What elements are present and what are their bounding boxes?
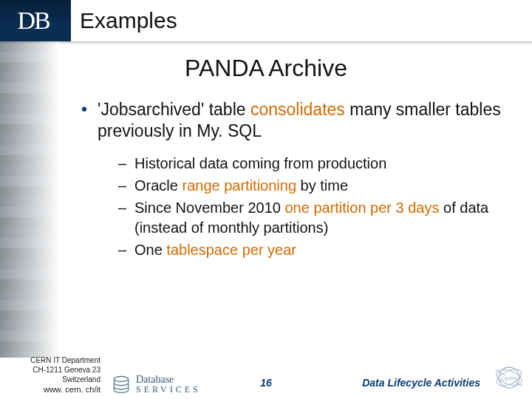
svg-point-0 — [114, 377, 128, 382]
db-logo: DB — [0, 0, 66, 41]
address-block: CERN IT Department CH-1211 Geneva 23 Swi… — [4, 355, 100, 395]
server-rack-photo — [0, 41, 59, 358]
department-text: Department — [472, 21, 526, 32]
sub-text-accent: range partitioning — [182, 177, 296, 194]
svg-text:CERN: CERN — [501, 375, 518, 382]
list-item: Since November 2010 one partition per 3 … — [118, 198, 510, 238]
sub-text: Historical data coming from production — [134, 155, 386, 171]
address-url: www. cern. ch/it — [4, 384, 100, 395]
list-item: Historical data coming from production — [118, 154, 510, 174]
bullet-text-pre: 'Jobsarchived' table — [98, 100, 250, 119]
slide-topic: Examples — [71, 0, 532, 41]
address-line: CH-1211 Geneva 23 — [4, 365, 100, 375]
sub-text-accent: one partition per 3 days — [284, 200, 439, 216]
sub-text-pre: Since November 2010 — [134, 200, 284, 216]
database-services-logo: Database SERVICES — [111, 374, 201, 395]
deck-title: Data Lifecycle Activities — [362, 377, 480, 389]
it-text: IT — [510, 1, 526, 20]
sub-text-pre: Oracle — [134, 177, 182, 194]
list-item: One tablespace per year — [118, 240, 510, 260]
sub-text-pre: One — [134, 242, 166, 258]
sub-bullet-list: Historical data coming from production O… — [118, 154, 510, 260]
address-line: CERN IT Department — [4, 355, 100, 365]
list-item: 'Jobsarchived' table consolidates many s… — [81, 99, 510, 260]
address-line: Switzerland — [4, 375, 100, 384]
footer: CERN IT Department CH-1211 Geneva 23 Swi… — [0, 358, 532, 399]
slide-body: PANDA Archive 'Jobsarchived' table conso… — [0, 41, 532, 358]
bullet-list: 'Jobsarchived' table consolidates many s… — [81, 99, 510, 262]
sub-text-post: by time — [296, 177, 348, 194]
cern-logo-icon: CERN — [494, 362, 525, 393]
page-number: 16 — [260, 377, 272, 389]
dbserv-line2: SERVICES — [136, 385, 201, 394]
sub-text-accent: tablespace per year — [166, 242, 296, 258]
dbserv-line1: Database — [136, 375, 201, 385]
cern-text: CERN — [486, 10, 510, 18]
list-item: Oracle range partitioning by time — [118, 176, 510, 196]
bullet-text-accent: consolidates — [250, 100, 345, 119]
header-bar: DB Examples CERNIT Department — [0, 0, 532, 41]
cern-it-logo: CERNIT Department — [472, 3, 526, 32]
database-icon — [111, 374, 132, 395]
page-title: PANDA Archive — [0, 55, 532, 82]
